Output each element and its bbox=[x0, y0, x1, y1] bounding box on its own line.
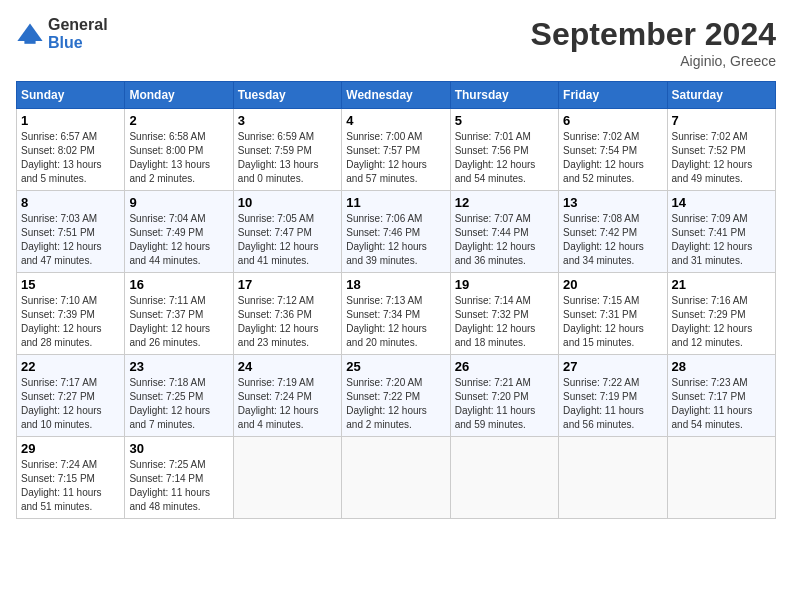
calendar-cell: 9 Sunrise: 7:04 AMSunset: 7:49 PMDayligh… bbox=[125, 191, 233, 273]
day-number: 19 bbox=[455, 277, 554, 292]
col-wednesday: Wednesday bbox=[342, 82, 450, 109]
day-number: 14 bbox=[672, 195, 771, 210]
header-row: Sunday Monday Tuesday Wednesday Thursday… bbox=[17, 82, 776, 109]
day-number: 3 bbox=[238, 113, 337, 128]
calendar-cell: 24 Sunrise: 7:19 AMSunset: 7:24 PMDaylig… bbox=[233, 355, 341, 437]
day-detail: Sunrise: 7:12 AMSunset: 7:36 PMDaylight:… bbox=[238, 295, 319, 348]
day-detail: Sunrise: 7:15 AMSunset: 7:31 PMDaylight:… bbox=[563, 295, 644, 348]
day-detail: Sunrise: 7:08 AMSunset: 7:42 PMDaylight:… bbox=[563, 213, 644, 266]
col-friday: Friday bbox=[559, 82, 667, 109]
calendar-cell: 25 Sunrise: 7:20 AMSunset: 7:22 PMDaylig… bbox=[342, 355, 450, 437]
calendar-cell: 10 Sunrise: 7:05 AMSunset: 7:47 PMDaylig… bbox=[233, 191, 341, 273]
calendar-cell: 13 Sunrise: 7:08 AMSunset: 7:42 PMDaylig… bbox=[559, 191, 667, 273]
day-detail: Sunrise: 6:59 AMSunset: 7:59 PMDaylight:… bbox=[238, 131, 319, 184]
day-number: 9 bbox=[129, 195, 228, 210]
day-number: 16 bbox=[129, 277, 228, 292]
day-number: 13 bbox=[563, 195, 662, 210]
day-number: 28 bbox=[672, 359, 771, 374]
location: Aiginio, Greece bbox=[531, 53, 776, 69]
calendar-cell: 19 Sunrise: 7:14 AMSunset: 7:32 PMDaylig… bbox=[450, 273, 558, 355]
calendar-cell: 17 Sunrise: 7:12 AMSunset: 7:36 PMDaylig… bbox=[233, 273, 341, 355]
day-number: 21 bbox=[672, 277, 771, 292]
day-detail: Sunrise: 7:00 AMSunset: 7:57 PMDaylight:… bbox=[346, 131, 427, 184]
calendar-week-1: 1 Sunrise: 6:57 AMSunset: 8:02 PMDayligh… bbox=[17, 109, 776, 191]
day-detail: Sunrise: 7:19 AMSunset: 7:24 PMDaylight:… bbox=[238, 377, 319, 430]
day-detail: Sunrise: 7:03 AMSunset: 7:51 PMDaylight:… bbox=[21, 213, 102, 266]
month-title: September 2024 bbox=[531, 16, 776, 53]
day-number: 20 bbox=[563, 277, 662, 292]
col-monday: Monday bbox=[125, 82, 233, 109]
calendar-week-2: 8 Sunrise: 7:03 AMSunset: 7:51 PMDayligh… bbox=[17, 191, 776, 273]
day-number: 7 bbox=[672, 113, 771, 128]
calendar-cell: 6 Sunrise: 7:02 AMSunset: 7:54 PMDayligh… bbox=[559, 109, 667, 191]
calendar-week-3: 15 Sunrise: 7:10 AMSunset: 7:39 PMDaylig… bbox=[17, 273, 776, 355]
col-tuesday: Tuesday bbox=[233, 82, 341, 109]
calendar-week-5: 29 Sunrise: 7:24 AMSunset: 7:15 PMDaylig… bbox=[17, 437, 776, 519]
col-saturday: Saturday bbox=[667, 82, 775, 109]
calendar-cell: 23 Sunrise: 7:18 AMSunset: 7:25 PMDaylig… bbox=[125, 355, 233, 437]
day-detail: Sunrise: 7:13 AMSunset: 7:34 PMDaylight:… bbox=[346, 295, 427, 348]
day-number: 25 bbox=[346, 359, 445, 374]
day-detail: Sunrise: 7:21 AMSunset: 7:20 PMDaylight:… bbox=[455, 377, 536, 430]
calendar-cell: 12 Sunrise: 7:07 AMSunset: 7:44 PMDaylig… bbox=[450, 191, 558, 273]
day-detail: Sunrise: 7:22 AMSunset: 7:19 PMDaylight:… bbox=[563, 377, 644, 430]
calendar-cell: 28 Sunrise: 7:23 AMSunset: 7:17 PMDaylig… bbox=[667, 355, 775, 437]
logo-icon bbox=[16, 20, 44, 48]
day-number: 26 bbox=[455, 359, 554, 374]
day-number: 22 bbox=[21, 359, 120, 374]
calendar-cell: 3 Sunrise: 6:59 AMSunset: 7:59 PMDayligh… bbox=[233, 109, 341, 191]
calendar-cell: 8 Sunrise: 7:03 AMSunset: 7:51 PMDayligh… bbox=[17, 191, 125, 273]
day-detail: Sunrise: 7:18 AMSunset: 7:25 PMDaylight:… bbox=[129, 377, 210, 430]
logo-blue: Blue bbox=[48, 34, 83, 51]
day-detail: Sunrise: 7:10 AMSunset: 7:39 PMDaylight:… bbox=[21, 295, 102, 348]
day-number: 10 bbox=[238, 195, 337, 210]
day-number: 12 bbox=[455, 195, 554, 210]
page-header: General Blue September 2024 Aiginio, Gre… bbox=[16, 16, 776, 69]
day-number: 23 bbox=[129, 359, 228, 374]
day-number: 24 bbox=[238, 359, 337, 374]
day-number: 6 bbox=[563, 113, 662, 128]
calendar-cell: 30 Sunrise: 7:25 AMSunset: 7:14 PMDaylig… bbox=[125, 437, 233, 519]
day-detail: Sunrise: 7:02 AMSunset: 7:52 PMDaylight:… bbox=[672, 131, 753, 184]
day-number: 15 bbox=[21, 277, 120, 292]
day-number: 17 bbox=[238, 277, 337, 292]
calendar-week-4: 22 Sunrise: 7:17 AMSunset: 7:27 PMDaylig… bbox=[17, 355, 776, 437]
col-sunday: Sunday bbox=[17, 82, 125, 109]
calendar-cell: 7 Sunrise: 7:02 AMSunset: 7:52 PMDayligh… bbox=[667, 109, 775, 191]
calendar-cell bbox=[233, 437, 341, 519]
day-detail: Sunrise: 7:04 AMSunset: 7:49 PMDaylight:… bbox=[129, 213, 210, 266]
calendar-table: Sunday Monday Tuesday Wednesday Thursday… bbox=[16, 81, 776, 519]
calendar-cell: 27 Sunrise: 7:22 AMSunset: 7:19 PMDaylig… bbox=[559, 355, 667, 437]
day-number: 8 bbox=[21, 195, 120, 210]
day-number: 4 bbox=[346, 113, 445, 128]
day-detail: Sunrise: 7:24 AMSunset: 7:15 PMDaylight:… bbox=[21, 459, 102, 512]
day-number: 30 bbox=[129, 441, 228, 456]
calendar-cell bbox=[667, 437, 775, 519]
calendar-cell bbox=[450, 437, 558, 519]
day-detail: Sunrise: 7:06 AMSunset: 7:46 PMDaylight:… bbox=[346, 213, 427, 266]
calendar-cell: 29 Sunrise: 7:24 AMSunset: 7:15 PMDaylig… bbox=[17, 437, 125, 519]
day-detail: Sunrise: 7:17 AMSunset: 7:27 PMDaylight:… bbox=[21, 377, 102, 430]
calendar-cell: 15 Sunrise: 7:10 AMSunset: 7:39 PMDaylig… bbox=[17, 273, 125, 355]
col-thursday: Thursday bbox=[450, 82, 558, 109]
calendar-cell: 21 Sunrise: 7:16 AMSunset: 7:29 PMDaylig… bbox=[667, 273, 775, 355]
day-detail: Sunrise: 7:02 AMSunset: 7:54 PMDaylight:… bbox=[563, 131, 644, 184]
day-detail: Sunrise: 6:57 AMSunset: 8:02 PMDaylight:… bbox=[21, 131, 102, 184]
day-number: 5 bbox=[455, 113, 554, 128]
day-detail: Sunrise: 7:25 AMSunset: 7:14 PMDaylight:… bbox=[129, 459, 210, 512]
svg-marker-0 bbox=[17, 24, 42, 42]
day-number: 1 bbox=[21, 113, 120, 128]
calendar-cell bbox=[559, 437, 667, 519]
calendar-cell: 2 Sunrise: 6:58 AMSunset: 8:00 PMDayligh… bbox=[125, 109, 233, 191]
day-detail: Sunrise: 7:20 AMSunset: 7:22 PMDaylight:… bbox=[346, 377, 427, 430]
calendar-cell: 26 Sunrise: 7:21 AMSunset: 7:20 PMDaylig… bbox=[450, 355, 558, 437]
day-number: 11 bbox=[346, 195, 445, 210]
calendar-cell: 1 Sunrise: 6:57 AMSunset: 8:02 PMDayligh… bbox=[17, 109, 125, 191]
logo: General Blue bbox=[16, 16, 108, 52]
day-number: 18 bbox=[346, 277, 445, 292]
day-number: 2 bbox=[129, 113, 228, 128]
day-number: 29 bbox=[21, 441, 120, 456]
day-detail: Sunrise: 7:05 AMSunset: 7:47 PMDaylight:… bbox=[238, 213, 319, 266]
calendar-cell: 4 Sunrise: 7:00 AMSunset: 7:57 PMDayligh… bbox=[342, 109, 450, 191]
day-detail: Sunrise: 7:07 AMSunset: 7:44 PMDaylight:… bbox=[455, 213, 536, 266]
